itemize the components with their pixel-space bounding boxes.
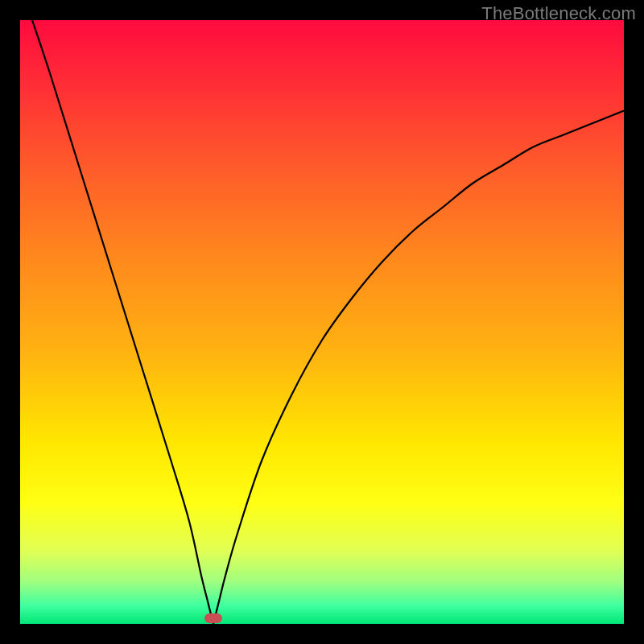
curve-left-branch xyxy=(32,20,213,624)
curve-right-branch xyxy=(213,111,624,625)
optimal-point-marker xyxy=(204,613,222,623)
chart-plot-area xyxy=(20,20,624,624)
bottleneck-curve xyxy=(20,20,624,624)
